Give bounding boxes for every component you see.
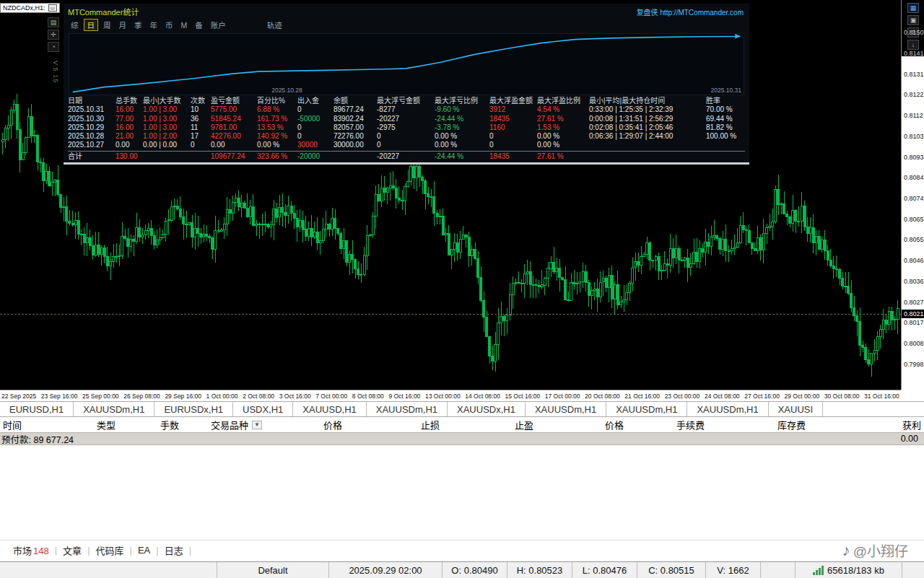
price-scale-label: 0.8027 <box>904 299 924 306</box>
chart-tab[interactable]: XAUUSI <box>769 402 823 416</box>
terminal-column-header[interactable]: 时间 <box>0 418 94 432</box>
stats-tab-trajectory[interactable]: 轨迹 <box>264 19 285 30</box>
stats-cell: -20000 <box>297 151 334 161</box>
stats-tab-日[interactable]: 日 <box>84 19 99 31</box>
stats-panel[interactable]: MTCommander统计 复盘侠 http://MTCommander.com… <box>64 4 749 165</box>
stats-cell: 130.00 <box>116 151 143 161</box>
terminal-column-header[interactable]: 交易品种▼ <box>208 418 287 432</box>
mt-terminal-window: NZDCADx,H1: ▭ ▤ ✛ ◔ V.5.15 ▦ ▣ ? ↓ 0.802… <box>0 0 924 578</box>
status-spacer <box>0 562 217 578</box>
stats-cell: 0.00 <box>116 141 143 149</box>
terminal-column-header[interactable]: 获利 <box>808 418 924 432</box>
stats-panel-link[interactable]: 复盘侠 http://MTCommander.com <box>637 6 744 17</box>
price-scale-label: 0.8017 <box>904 319 924 326</box>
stats-tab-M[interactable]: M <box>178 21 191 30</box>
scroll-down-icon[interactable]: ↓ <box>907 40 919 50</box>
stats-tab-综[interactable]: 综 <box>68 19 82 30</box>
terminal-column-header[interactable]: 价格 <box>536 418 627 432</box>
time-axis-label: 23 Oct 00:00 <box>665 393 700 400</box>
terminal-column-label: 库存费 <box>777 418 806 432</box>
price-scale[interactable]: ▦ ▣ ? ↓ 0.8021 0.81500.81410.81310.81220… <box>901 0 924 390</box>
time-axis[interactable]: 22 Sep 202523 Sep 16:0025 Sep 00:0026 Se… <box>0 390 901 401</box>
indicator-icon[interactable]: ▤ <box>48 17 59 27</box>
terminal-column-header[interactable]: 价格 <box>287 418 345 432</box>
stats-cell <box>589 151 706 161</box>
stats-cell: 140.92 % <box>257 132 297 141</box>
chart-tab[interactable]: XAUUSDm,H1 <box>526 402 606 416</box>
chart-window-titlebar[interactable]: NZDCADx,H1: ▭ <box>0 3 60 13</box>
time-axis-label: 9 Oct 16:00 <box>388 393 420 400</box>
chart-tab[interactable]: USDX,H1 <box>233 402 293 416</box>
stats-cell: -24.44 % <box>435 115 489 123</box>
stats-panel-title: MTCommander统计 <box>68 6 139 17</box>
stats-tab-币[interactable]: 币 <box>162 19 176 30</box>
price-scale-label: 0.8084 <box>904 174 924 181</box>
status-profile[interactable]: Default <box>217 562 328 578</box>
stats-tab-月[interactable]: 月 <box>116 19 130 30</box>
stats-cell: 0 <box>297 132 334 141</box>
stats-cell: 出入金 <box>297 97 334 105</box>
panel-window-icon[interactable]: ▣ <box>907 15 919 25</box>
stats-cell <box>706 151 745 161</box>
stats-cell: 70.00 % <box>706 105 745 114</box>
stats-cell: 18435 <box>489 151 537 161</box>
terminal-column-header[interactable]: 止盈 <box>443 418 536 432</box>
terminal-column-label: 价格 <box>605 418 624 432</box>
stats-cell: 0 <box>191 141 211 149</box>
symbol-filter-icon[interactable]: ▼ <box>252 421 262 429</box>
terminal-column-label: 类型 <box>97 418 116 432</box>
chart-tab[interactable]: XAUUSDx,H1 <box>448 402 526 416</box>
stats-cell: 0 <box>489 132 537 141</box>
chart-tabs-bar: EURUSD,H1XAUUSDm,H1EURUSDx,H1USDX,H1XAUU… <box>0 401 924 417</box>
tab-journal[interactable]: 日志 <box>159 543 189 557</box>
stats-cell: 161.73 % <box>257 115 297 123</box>
stats-cell: 0.00 <box>211 141 257 149</box>
market-count-badge: 148 <box>33 546 49 556</box>
terminal-column-header[interactable]: 类型 <box>94 418 157 432</box>
stats-cell: 81.82 % <box>706 123 745 132</box>
stats-tab-周[interactable]: 周 <box>100 19 114 30</box>
chart-toolbar: ▤ ✛ ◔ <box>48 17 59 52</box>
chart-tab[interactable]: EURUSD,H1 <box>0 402 74 416</box>
stats-tab-账户[interactable]: 账户 <box>208 19 229 30</box>
clock-icon[interactable]: ◔ <box>48 42 59 52</box>
tab-ea[interactable]: EA <box>132 545 156 556</box>
tab-articles[interactable]: 文章 <box>57 543 87 557</box>
stats-cell: 0 <box>297 123 334 132</box>
chart-tab[interactable]: XAUUSD,H1 <box>293 402 366 416</box>
panel-settings-icon[interactable]: ▦ <box>907 3 919 13</box>
stats-panel-header: MTCommander统计 复盘侠 http://MTCommander.com <box>64 4 749 17</box>
tab-market[interactable]: 市场148 <box>7 543 55 557</box>
restore-window-icon[interactable]: ▭ <box>48 4 58 12</box>
stats-cell: 0 <box>377 141 435 149</box>
stats-cell: 109677.24 <box>211 151 257 161</box>
chart-tab[interactable]: XAUUSDm,H1 <box>687 402 768 416</box>
terminal-column-header[interactable]: 止损 <box>345 418 443 432</box>
terminal-column-label: 手续费 <box>676 418 705 432</box>
stats-tab-备[interactable]: 备 <box>192 19 206 30</box>
tab-codebase[interactable]: 代码库 <box>90 543 130 557</box>
chart-tab[interactable]: XAUUSDm,H1 <box>606 402 687 416</box>
stats-cell: 余额 <box>334 97 377 105</box>
terminal-column-header[interactable]: 库存费 <box>707 418 808 432</box>
terminal-column-header[interactable]: 手数 <box>157 418 208 432</box>
stats-cell: 323.66 % <box>257 151 297 161</box>
stats-tab-年[interactable]: 年 <box>147 19 161 30</box>
chart-tab[interactable]: EURUSDx,H1 <box>154 402 233 416</box>
stats-cell: 0:00:08 | 1:31:51 | 2:56:29 <box>589 115 706 123</box>
stats-cell: 次数 <box>191 97 211 105</box>
terminal-column-label: 获利 <box>902 418 921 432</box>
stats-cell: 13.53 % <box>257 123 297 132</box>
stats-cell: -8277 <box>377 105 435 114</box>
price-scale-label: 0.8046 <box>904 257 924 264</box>
crosshair-icon[interactable]: ✛ <box>48 30 59 40</box>
stats-cell: 10 <box>191 105 211 114</box>
terminal-column-header[interactable]: 手续费 <box>627 418 707 432</box>
stats-cell: 最大浮盈比例 <box>537 97 589 105</box>
status-time: 2025.09.29 02:00 <box>328 562 442 578</box>
stats-tab-季[interactable]: 季 <box>131 19 145 30</box>
chart-tab[interactable]: XAUUSDm,H1 <box>74 402 154 416</box>
chart-tab[interactable]: XAUUSDm,H1 <box>367 402 448 416</box>
stats-cell: 2025.10.27 <box>68 141 116 149</box>
stats-cell: 2025.10.28 <box>68 132 116 141</box>
